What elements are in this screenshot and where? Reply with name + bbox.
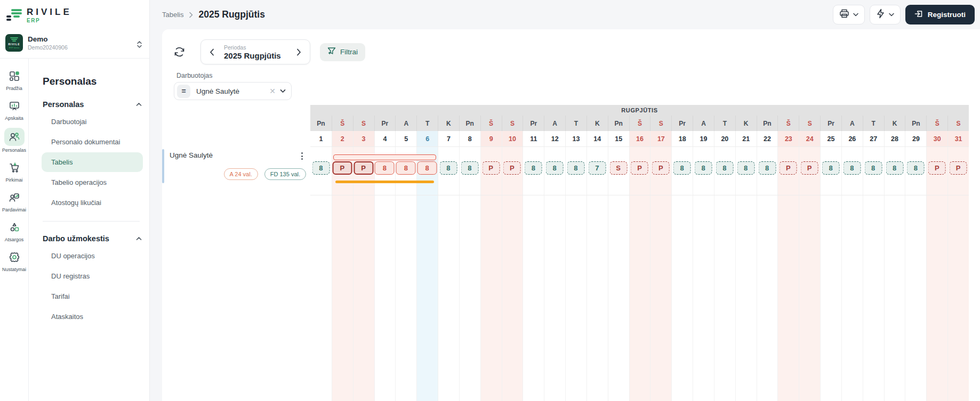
day-number-cell: 3 xyxy=(353,131,374,146)
next-period-button[interactable] xyxy=(294,46,303,58)
day-cell-1[interactable]: 8 xyxy=(310,147,332,195)
day-number-cell: 30 xyxy=(926,131,947,146)
employee-filter-chip[interactable]: = Ugnė Saulytė ✕ xyxy=(174,82,292,100)
menu-item-personalo-dokumentai[interactable]: Personalo dokumentai xyxy=(42,132,143,152)
shift-chip: P xyxy=(950,161,967,175)
day-number-cell: 29 xyxy=(905,131,926,146)
register-button[interactable]: Registruoti xyxy=(905,5,975,24)
period-display[interactable]: Periodas 2025 Rugpjūtis xyxy=(216,44,294,60)
refresh-icon[interactable] xyxy=(174,46,185,58)
rail-item-nustatymai[interactable]: Nustatymai xyxy=(0,249,29,272)
day-number-cell: 28 xyxy=(884,131,905,146)
print-button[interactable] xyxy=(833,5,865,24)
menu-sections: PersonalasDarbuotojaiPersonalo dokumenta… xyxy=(38,100,149,326)
weekday-cell: K xyxy=(587,116,608,131)
quick-actions-button[interactable] xyxy=(870,5,901,24)
unfold-more-icon[interactable] xyxy=(136,40,143,51)
menu-panel: Personalas PersonalasDarbuotojaiPersonal… xyxy=(29,59,149,401)
day-cell-10[interactable]: P xyxy=(502,147,523,195)
chevron-down-icon[interactable] xyxy=(280,89,286,93)
day-cell-17[interactable]: P xyxy=(650,147,671,195)
selection-underline xyxy=(335,181,434,183)
employee-filter-value: Ugnė Saulytė xyxy=(196,87,267,95)
day-cell-25[interactable]: 8 xyxy=(820,147,841,195)
day-cell-16[interactable]: P xyxy=(629,147,650,195)
topbar-actions: Registruoti xyxy=(833,5,975,24)
filters-button-label: Filtrai xyxy=(340,48,358,56)
day-cell-26[interactable]: 8 xyxy=(841,147,863,195)
day-cell-9[interactable]: P xyxy=(480,147,502,195)
menu-item-darbuotojai[interactable]: Darbuotojai xyxy=(42,112,143,132)
workspace-switcher[interactable]: RIVILEERP demo Demo Demo20240906 xyxy=(0,31,149,59)
filters-button[interactable]: Filtrai xyxy=(320,43,365,61)
day-number-cell: 26 xyxy=(841,131,863,146)
menu-item-du-operacijos[interactable]: DU operacijos xyxy=(42,246,143,266)
workspace-name: Demo xyxy=(28,35,68,43)
menu-item-tarifai[interactable]: Tarifai xyxy=(42,287,143,306)
menu-section-label: Darbo užmokestis xyxy=(43,234,109,243)
weekday-cell: T xyxy=(565,116,587,131)
day-cell-7[interactable]: 8 xyxy=(438,147,459,195)
day-cell-12[interactable]: 8 xyxy=(544,147,565,195)
day-cell-23[interactable]: P xyxy=(777,147,799,195)
shift-chip: 8 xyxy=(396,161,416,175)
rail-item-label: Personalas xyxy=(2,148,26,153)
weekday-cell: A xyxy=(693,116,714,131)
rail-item-pardavimai[interactable]: Pardavimai xyxy=(0,190,29,212)
shift-chip: 7 xyxy=(588,161,606,175)
rail-item-label: Pirkimai xyxy=(5,177,22,183)
menu-item-atostog-liku-iai[interactable]: Atostogų likučiai xyxy=(42,193,143,212)
rail-item-atsargos[interactable]: Atsargos xyxy=(0,219,29,242)
menu-item-tabelis[interactable]: Tabelis xyxy=(42,152,143,172)
rail-item-prad-ia[interactable]: Pradžia xyxy=(0,68,29,91)
menu-item-ataskaitos[interactable]: Ataskaitos xyxy=(42,307,143,326)
day-cell-31[interactable]: P xyxy=(947,147,969,195)
weekday-cell: Pn xyxy=(459,116,480,131)
breadcrumb[interactable]: Tabelis xyxy=(162,11,183,19)
previous-period-button[interactable] xyxy=(207,46,216,58)
employee-badges: A 24 val.FD 135 val. xyxy=(224,168,306,180)
shift-chip: 8 xyxy=(417,161,437,175)
day-cell-24[interactable]: P xyxy=(799,147,820,195)
shift-chip: 8 xyxy=(525,161,542,175)
equals-operator-icon[interactable]: = xyxy=(177,85,190,98)
shift-chip: P xyxy=(928,161,946,175)
rail-item-pirkimai[interactable]: Pirkimai xyxy=(0,160,29,183)
day-cell-22[interactable]: 8 xyxy=(757,147,778,195)
day-cell-11[interactable]: 8 xyxy=(523,147,544,195)
clear-filter-icon[interactable]: ✕ xyxy=(267,87,278,95)
weekday-cell: Pr xyxy=(374,116,396,131)
sales-icon xyxy=(5,190,24,206)
menu-section-personalas[interactable]: Personalas xyxy=(43,100,142,109)
cart-icon xyxy=(5,160,24,176)
day-cell-30[interactable]: P xyxy=(926,147,947,195)
menu-section-darbo-u-mokestis[interactable]: Darbo užmokestis xyxy=(43,234,142,243)
shapes-icon xyxy=(5,219,24,235)
day-cell-19[interactable]: 8 xyxy=(693,147,714,195)
rail-item-apskaita[interactable]: Apskaita xyxy=(0,98,29,121)
day-number-cell: 17 xyxy=(650,131,671,146)
menu-item-du-registras[interactable]: DU registras xyxy=(42,266,143,286)
day-cell-20[interactable]: 8 xyxy=(714,147,735,195)
day-cell-8[interactable]: 8 xyxy=(459,147,480,195)
day-cell-14[interactable]: 7 xyxy=(587,147,608,195)
day-cell-29[interactable]: 8 xyxy=(905,147,926,195)
day-cell-15[interactable]: S xyxy=(608,147,629,195)
row-menu-kebab-icon[interactable] xyxy=(299,150,305,162)
day-cell-28[interactable]: 8 xyxy=(884,147,905,195)
day-number-cell: 21 xyxy=(735,131,757,146)
employee-row-header: Ugnė Saulytė A 24 val.FD 135 val. xyxy=(162,147,310,195)
rail-item-personalas[interactable]: Personalas xyxy=(0,128,29,153)
menu-item-tabelio-operacijos[interactable]: Tabelio operacijos xyxy=(42,173,143,192)
day-number-cell: 20 xyxy=(714,131,735,146)
day-cell-13[interactable]: 8 xyxy=(565,147,587,195)
day-cell-27[interactable]: 8 xyxy=(863,147,884,195)
rail-item-label: Atsargos xyxy=(5,237,24,242)
month-header: RUGPJŪTIS xyxy=(621,107,657,113)
day-cell-21[interactable]: 8 xyxy=(735,147,757,195)
employee-name: Ugnė Saulytė xyxy=(170,151,213,159)
day-cell-18[interactable]: 8 xyxy=(671,147,693,195)
weekday-cell: T xyxy=(714,116,735,131)
shift-chip: 8 xyxy=(461,161,478,175)
day-number-cell: 24 xyxy=(799,131,820,146)
